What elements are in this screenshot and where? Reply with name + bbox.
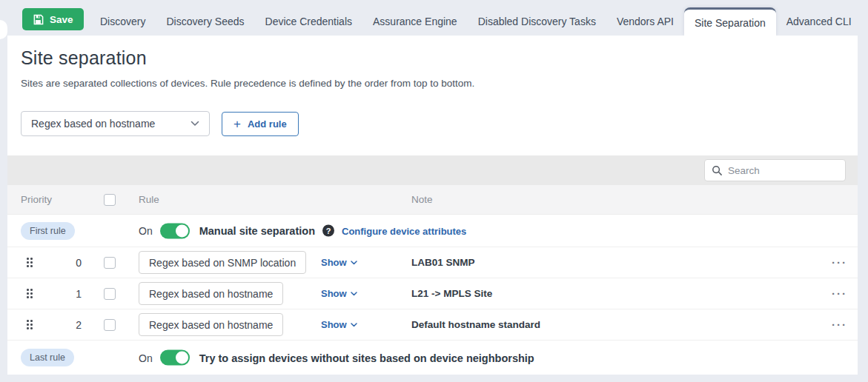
rule-note: L21 -> MPLS Site: [411, 288, 813, 299]
column-header-priority: Priority: [21, 194, 104, 205]
add-rule-button[interactable]: + Add rule: [222, 112, 299, 136]
rule-row-2: 2 Regex based on hostname Show Default h…: [7, 309, 858, 341]
manual-site-separation-setting: On Manual site separation ? Configure de…: [139, 223, 466, 238]
rule-controls: Regex based on hostname + Add rule: [21, 111, 844, 136]
help-question-icon[interactable]: ?: [322, 225, 334, 237]
neighborship-toggle[interactable]: [160, 350, 190, 366]
row-actions-more-icon[interactable]: ···: [832, 319, 858, 330]
priority-value: 2: [36, 319, 82, 331]
rule-type-button[interactable]: Regex based on hostname: [139, 282, 283, 305]
tab-device-credentials[interactable]: Device Credentials: [255, 7, 363, 36]
show-label: Show: [321, 288, 347, 299]
show-rule-link[interactable]: Show: [321, 288, 357, 299]
tab-discovery-seeds[interactable]: Discovery Seeds: [156, 7, 254, 36]
plus-icon: +: [233, 118, 241, 130]
search-icon: [712, 165, 723, 176]
page-title: Site separation: [21, 47, 844, 69]
priority-value: 1: [36, 288, 82, 300]
table-toolbar: [7, 155, 858, 185]
panel-collapse-handle[interactable]: [0, 20, 7, 39]
search-box: [704, 159, 846, 181]
first-rule-badge: First rule: [21, 222, 75, 240]
neighborship-setting: On Try to assign devices without sites b…: [139, 350, 534, 366]
show-label: Show: [321, 319, 347, 330]
row-actions-more-icon[interactable]: ···: [832, 257, 858, 268]
column-header-rule: Rule: [139, 194, 321, 205]
manual-site-separation-label: Manual site separation: [199, 225, 315, 237]
neighborship-label: Try to assign devices without sites base…: [199, 352, 534, 363]
manual-site-separation-toggle[interactable]: [160, 223, 190, 238]
drag-handle-icon[interactable]: [27, 320, 33, 329]
row-checkbox[interactable]: [104, 319, 116, 331]
tab-advanced-cli[interactable]: Advanced CLI: [776, 7, 862, 36]
rule-note: LAB01 SNMP: [411, 257, 813, 268]
row-checkbox[interactable]: [104, 257, 116, 269]
rule-note: Default hostname standard: [411, 319, 813, 330]
chevron-down-icon: [351, 292, 357, 296]
chevron-down-icon: [351, 261, 357, 265]
select-all-checkbox[interactable]: [104, 194, 116, 206]
page-header: Site separation Sites are separated coll…: [7, 36, 858, 155]
search-input[interactable]: [728, 165, 838, 176]
save-button[interactable]: Save: [22, 8, 84, 30]
floppy-save-icon: [33, 14, 44, 25]
row-actions-more-icon[interactable]: ···: [832, 288, 858, 299]
tab-discovery[interactable]: Discovery: [90, 7, 156, 36]
table-header-row: Priority Rule Note: [7, 185, 858, 215]
column-header-note: Note: [411, 194, 813, 205]
rule-type-button[interactable]: Regex based on hostname: [139, 313, 283, 336]
tab-disabled-discovery-tasks[interactable]: Disabled Discovery Tasks: [468, 7, 606, 36]
show-rule-link[interactable]: Show: [321, 257, 357, 268]
toggle-state-label: On: [139, 225, 153, 237]
rule-type-select[interactable]: Regex based on hostname: [21, 111, 210, 136]
tab-assurance-engine[interactable]: Assurance Engine: [362, 7, 468, 36]
save-button-label: Save: [50, 14, 73, 25]
first-rule-row: First rule On Manual site separation ? C…: [7, 215, 858, 247]
tab-list: Discovery Discovery Seeds Device Credent…: [90, 7, 862, 36]
add-rule-label: Add rule: [248, 118, 287, 130]
configure-device-attributes-link[interactable]: Configure device attributes: [342, 225, 466, 236]
rule-type-button[interactable]: Regex based on SNMP location: [139, 251, 306, 274]
rule-row-1: 1 Regex based on hostname Show L21 -> MP…: [7, 278, 858, 309]
site-separation-page: Save Discovery Discovery Seeds Device Cr…: [0, 0, 868, 382]
site-separation-panel: Site separation Sites are separated coll…: [7, 36, 858, 374]
chevron-down-icon: [191, 121, 199, 127]
drag-handle-icon[interactable]: [27, 289, 33, 298]
last-rule-badge: Last rule: [21, 349, 74, 366]
last-rule-row: Last rule On Try to assign devices witho…: [7, 341, 858, 375]
show-label: Show: [321, 257, 347, 268]
toggle-knob: [176, 224, 188, 237]
row-checkbox[interactable]: [104, 288, 116, 300]
toggle-state-label: On: [139, 352, 153, 363]
settings-tabbar: Save Discovery Discovery Seeds Device Cr…: [0, 0, 868, 36]
rule-row-0: 0 Regex based on SNMP location Show LAB0…: [7, 247, 858, 278]
rule-type-selected-value: Regex based on hostname: [31, 118, 155, 130]
page-subtitle: Sites are separated collections of devic…: [21, 78, 844, 89]
chevron-down-icon: [351, 323, 357, 327]
tab-vendors-api[interactable]: Vendors API: [606, 7, 684, 36]
toggle-knob: [176, 352, 188, 364]
tab-site-separation[interactable]: Site Separation: [684, 7, 776, 36]
priority-value: 0: [36, 257, 82, 269]
show-rule-link[interactable]: Show: [321, 319, 357, 330]
drag-handle-icon[interactable]: [27, 258, 33, 267]
